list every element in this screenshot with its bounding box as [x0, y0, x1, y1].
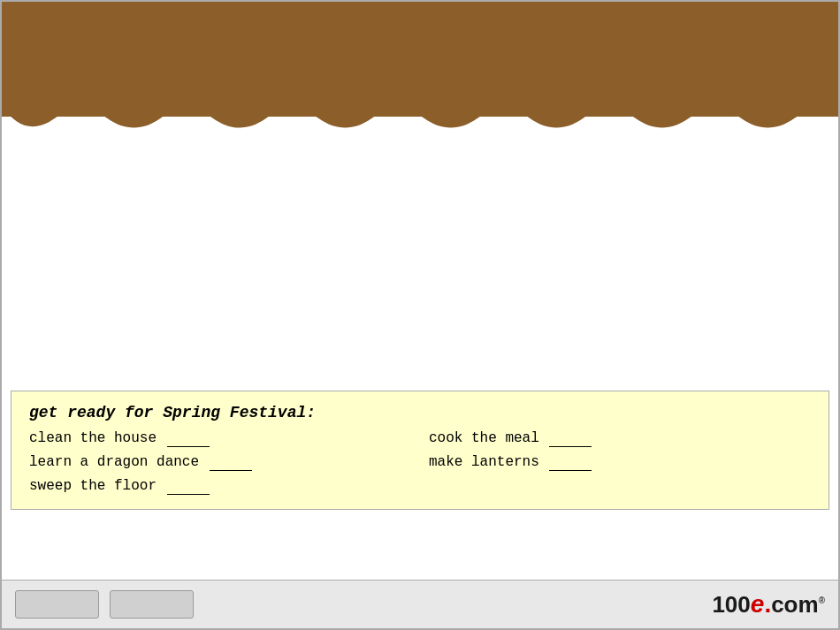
registered-mark: ®	[819, 596, 825, 605]
items-grid: clean the house cook the meal learn a dr…	[29, 430, 811, 471]
wavy-edge	[2, 106, 838, 133]
item-cook-meal: cook the meal	[429, 430, 811, 447]
blank-lanterns	[549, 454, 592, 471]
logo-text: 100e.com®	[712, 590, 825, 619]
item-text: cook the meal	[429, 430, 539, 446]
bottom-bar: 100e.com®	[2, 580, 838, 628]
item-sweep-floor: sweep the floor	[29, 478, 811, 495]
item-text: sweep the floor	[29, 478, 157, 494]
logo-100: 100	[712, 591, 750, 618]
logo-area: 100e.com®	[712, 590, 825, 619]
logo-dot: .	[764, 590, 771, 618]
nav-button-2[interactable]	[110, 590, 194, 619]
item-text: clean the house	[29, 430, 157, 446]
blank-cook-meal	[549, 430, 592, 447]
info-title: get ready for Spring Festival:	[29, 404, 811, 421]
header-brown	[2, 2, 838, 117]
content-area	[2, 117, 838, 391]
blank-dragon-dance	[210, 454, 252, 471]
logo-com: com	[771, 591, 818, 618]
logo-e: e	[751, 590, 765, 618]
main-container: get ready for Spring Festival: clean the…	[0, 0, 840, 630]
nav-button-1[interactable]	[15, 590, 99, 619]
item-dragon-dance: learn a dragon dance	[29, 454, 411, 471]
info-box: get ready for Spring Festival: clean the…	[11, 391, 829, 510]
item-clean-house: clean the house	[29, 430, 411, 447]
blank-clean-house	[167, 430, 210, 447]
item-text: learn a dragon dance	[29, 454, 199, 470]
item-text: make lanterns	[429, 454, 539, 470]
item-lanterns: make lanterns	[429, 454, 811, 471]
blank-sweep-floor	[167, 478, 210, 495]
